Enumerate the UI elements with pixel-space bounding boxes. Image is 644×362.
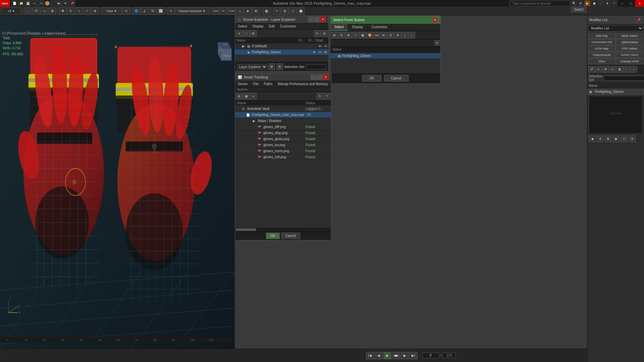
sfs-select-dep[interactable]: ⊕ [394, 32, 401, 39]
fpd-select-btn[interactable]: FPD Select [616, 46, 643, 52]
search-icon[interactable]: 🔍 [571, 0, 577, 6]
at-tb-1[interactable]: ⊞ [236, 93, 243, 100]
mod-stack-icon[interactable]: ≡ [595, 66, 602, 73]
mod-up-icon[interactable]: ↑ [623, 66, 630, 73]
move-tool[interactable]: ✚ [59, 7, 66, 15]
layer-menu-edit[interactable]: Edit [266, 23, 277, 29]
redo-button[interactable]: ↪ [38, 0, 44, 6]
at-row-norm[interactable]: 🗺 gloves_norm.png Found [235, 148, 331, 154]
explorer-type-select[interactable]: Layer Explorer [237, 64, 267, 70]
sfs-ok-button[interactable]: OK [362, 75, 381, 81]
at-tb-2[interactable]: ▦ [243, 93, 250, 100]
timeline-bar[interactable] [0, 349, 235, 362]
edit-poly-btn[interactable]: Edit Poly [588, 33, 615, 39]
mod-ctrl-2[interactable]: ⏸ [597, 135, 603, 142]
minimize-button[interactable]: ─ [618, 0, 627, 7]
mod-ctrl-4[interactable]: ▶ [613, 135, 620, 142]
sfs-tab-customize[interactable]: Customize [368, 24, 392, 31]
sfs-extra1[interactable]: ⟨ [401, 32, 408, 39]
sfs-expand-icon[interactable]: ⊞ [380, 32, 387, 39]
render-region[interactable]: ⬚ [598, 0, 604, 6]
sfs-item-gloves[interactable]: ▣ Firefighting_Gloves [330, 53, 440, 58]
pivot-btn[interactable]: ⊙ [122, 7, 130, 15]
sfs-tab-display[interactable]: Display [348, 24, 368, 31]
layer-menu-display[interactable]: Display [250, 23, 266, 29]
sfs-extra2[interactable]: ⟩ [409, 32, 415, 39]
sfs-type-icon[interactable]: ⬡ [352, 32, 359, 39]
select-by-name[interactable]: H [33, 7, 40, 15]
at-menu-file[interactable]: File [250, 81, 261, 87]
render-active[interactable]: ◼ [591, 0, 597, 6]
angle-snap[interactable]: ∠ [141, 7, 148, 15]
at-menu-paths[interactable]: Paths [261, 81, 275, 87]
selection-set-input[interactable] [306, 64, 326, 69]
layer-explorer-minimize[interactable]: ─ [308, 17, 314, 22]
close-button[interactable]: ✕ [635, 0, 644, 7]
prev-frame[interactable]: ◀ [375, 352, 383, 359]
sfs-color-icon[interactable]: 🎨 [366, 32, 373, 39]
sfs-hide-button[interactable]: ✕ [434, 40, 440, 46]
mesh-select-btn[interactable]: Mesh Select [616, 33, 643, 39]
normal-align[interactable]: ⊥ [236, 7, 244, 15]
layer-foot-btn2[interactable]: ⚙ [276, 63, 283, 70]
sfs-all-icon[interactable]: ⊞ [331, 32, 338, 39]
quick-align[interactable]: ⊞ [252, 7, 260, 15]
play-forward[interactable]: ▶ [383, 352, 391, 359]
at-ok-button[interactable]: OK [266, 233, 279, 239]
at-row-maxfile[interactable]: 📄 Firefighting_Gloves_max_vray.max Ok [235, 112, 331, 118]
play-reverse[interactable]: ◀▶ [392, 352, 400, 359]
go-to-end[interactable]: ▶| [410, 352, 418, 359]
reference-coord[interactable]: View ▼ [102, 7, 122, 15]
layer-menu-customize[interactable]: Customize [277, 23, 299, 29]
sfs-titlebar[interactable]: Select From Scene ✕ [330, 16, 440, 24]
at-close[interactable]: ✕ [323, 74, 328, 80]
mod-pin-icon[interactable]: 📌 [588, 66, 595, 73]
total-frames-input[interactable]: 225 [442, 353, 456, 358]
sfs-invert-icon[interactable]: ⊠ [345, 32, 352, 39]
slice-btn[interactable]: Slice [588, 58, 615, 64]
open-button[interactable]: 📁 [18, 0, 24, 6]
spinner-snap[interactable]: 🔢 [157, 7, 164, 15]
gloves-vis-icon[interactable]: ☀ [317, 50, 323, 55]
at-row-diff[interactable]: 🗺 gloves_diff.png Found [235, 124, 331, 130]
at-tb-3[interactable]: ≡ [250, 93, 257, 100]
mod-show-icon[interactable]: 👁 [602, 66, 609, 73]
layer-0-vis-icon[interactable]: ☀ [323, 44, 328, 49]
schematic-view[interactable]: ⊞ [281, 7, 288, 15]
layer-foot-btn1[interactable]: ⊞ [268, 63, 275, 70]
at-row-vault[interactable]: 🏛 Autodesk Vault Logged O... [235, 106, 331, 112]
place-highlight[interactable]: ◈ [244, 7, 252, 15]
sfs-layer-icon[interactable]: ▦ [359, 32, 366, 39]
maximize-button[interactable]: □ [627, 0, 635, 7]
at-cancel-button[interactable]: Cancel [281, 233, 300, 239]
scale-non-uniform[interactable]: ⤢ [83, 7, 91, 15]
layer-menu-select[interactable]: Select [235, 23, 250, 29]
gloves-settings-icon[interactable]: ⚙ [323, 50, 328, 55]
at-row-gloss[interactable]: 🗺 gloves_gloss.png Found [235, 136, 331, 142]
layer-tb-3[interactable]: ⊞ [250, 30, 257, 37]
scene-button[interactable] [45, 1, 50, 6]
at-row-disp[interactable]: 🗺 gloves_disp.png Found [235, 130, 331, 136]
sfs-tab-select[interactable]: Select [330, 24, 348, 31]
layer-row-default[interactable]: ▶ ▦ 0 (default) ❄ ☀ [235, 43, 328, 49]
edit-named-sets[interactable]: ≡ [167, 7, 175, 15]
render-setup[interactable]: ⚙ [578, 0, 584, 6]
at-row-maps[interactable]: ▶ Maps / Shaders [235, 118, 331, 124]
unreadable-edit-btn[interactable]: Undreadable Edit [588, 39, 615, 45]
current-frame-input[interactable]: 0 [422, 353, 439, 358]
sfs-case-icon[interactable]: Aa [373, 32, 380, 39]
new-button[interactable]: 📄 [11, 0, 17, 6]
mod-delete-icon[interactable]: 🗑 [616, 66, 623, 73]
at-minimize[interactable]: ─ [311, 74, 316, 80]
help[interactable]: ? [611, 0, 617, 6]
save-button[interactable]: 💾 [25, 0, 31, 6]
snaps-toggle[interactable]: 🔵 [133, 7, 140, 15]
at-menu-server[interactable]: Server [235, 81, 250, 87]
window-cross[interactable]: ⊞ [49, 7, 56, 15]
spacing-tool[interactable]: ⟷ [228, 7, 235, 15]
layer-explorer-maximize[interactable]: □ [314, 17, 320, 22]
workspace-pin[interactable]: 📌 [69, 0, 75, 6]
layer-refresh[interactable]: ↻ [314, 30, 321, 37]
mirror[interactable]: ⟺ [212, 7, 219, 15]
mod-ctrl-6[interactable]: ⊕ [629, 135, 636, 142]
